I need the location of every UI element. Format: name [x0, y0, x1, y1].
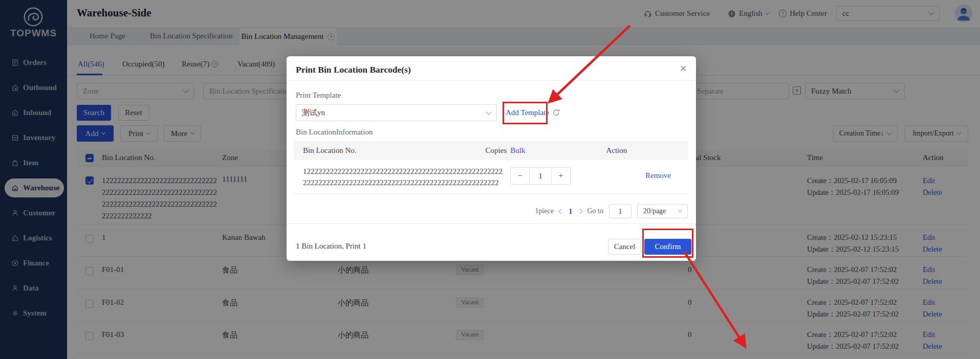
print-template-label: Print Template [296, 91, 341, 100]
stepper-minus-button[interactable]: − [511, 168, 530, 184]
print-summary: 1 Bin Location, Print 1 [296, 242, 366, 251]
cancel-button[interactable]: Cancel [608, 239, 641, 255]
divider [287, 223, 696, 224]
prev-page-icon[interactable] [559, 209, 564, 214]
print-template-value: 测试yn [302, 108, 325, 118]
chevron-down-icon [678, 208, 682, 212]
bulk-link[interactable]: Bulk [510, 146, 525, 155]
remove-link[interactable]: Remove [645, 171, 671, 180]
modal-col-bin-location-no: Bin Location No. [303, 146, 357, 155]
refresh-icon[interactable] [552, 108, 560, 119]
copies-stepper: − 1 + [510, 167, 571, 185]
goto-page-input[interactable] [609, 204, 631, 218]
next-page-icon[interactable] [577, 209, 582, 214]
goto-label: Go to [587, 207, 604, 215]
modal-pagination: 1piece 1 Go to 20/page [287, 204, 688, 219]
modal-col-action: Action [606, 146, 627, 155]
cancel-button-label: Cancel [614, 242, 636, 251]
confirm-button-label: Confirm [655, 242, 681, 251]
page-size-select[interactable]: 20/page [637, 204, 688, 218]
chevron-down-icon [486, 109, 491, 115]
modal-table-row: 1222222222222222222222222222222222222222… [294, 160, 688, 194]
modal-title: Print Bin Location Barcode(s) [296, 64, 411, 75]
divider [287, 80, 696, 81]
modal-col-copies: Copies [486, 146, 507, 155]
page-size-value: 20/page [643, 207, 666, 215]
confirm-button[interactable]: Confirm [644, 239, 691, 255]
stepper-plus-button[interactable]: + [551, 168, 570, 184]
add-template-link[interactable]: Add Template [506, 108, 549, 117]
close-icon[interactable]: ✕ [680, 63, 687, 74]
print-barcode-modal: Print Bin Location Barcode(s) ✕ Print Te… [287, 56, 696, 261]
modal-cell-bin-location-no: 1222222222222222222222222222222222222222… [303, 166, 504, 188]
bin-location-information-label: Bin LocationInformation [296, 128, 373, 137]
modal-table-header: Bin Location No. Copies Bulk Action [294, 141, 688, 160]
pagination-total: 1piece [535, 207, 554, 215]
print-template-select[interactable]: 测试yn [296, 104, 497, 121]
stepper-value[interactable]: 1 [530, 168, 551, 184]
page-number[interactable]: 1 [569, 207, 573, 216]
